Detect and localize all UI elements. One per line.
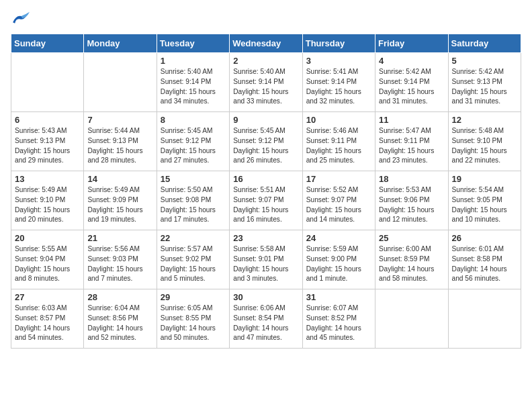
week-row: 6Sunrise: 5:43 AMSunset: 9:13 PMDaylight…	[11, 112, 521, 171]
day-number: 22	[161, 233, 226, 243]
day-info: Sunrise: 5:46 AMSunset: 9:11 PMDaylight:…	[306, 126, 371, 166]
calendar-cell: 30Sunrise: 6:06 AMSunset: 8:54 PMDayligh…	[230, 289, 302, 349]
day-of-week-header: Saturday	[448, 34, 521, 53]
day-number: 2	[233, 56, 298, 66]
day-number: 25	[379, 233, 444, 243]
calendar-cell: 22Sunrise: 5:57 AMSunset: 9:02 PMDayligh…	[157, 230, 229, 289]
day-info: Sunrise: 6:07 AMSunset: 8:52 PMDaylight:…	[306, 304, 371, 343]
day-number: 13	[15, 174, 80, 184]
week-row: 1Sunrise: 5:40 AMSunset: 9:14 PMDaylight…	[11, 53, 521, 112]
day-number: 21	[87, 233, 152, 243]
day-info: Sunrise: 5:43 AMSunset: 9:13 PMDaylight:…	[15, 126, 80, 166]
day-number: 28	[87, 292, 152, 302]
day-info: Sunrise: 5:52 AMSunset: 9:07 PMDaylight:…	[306, 185, 371, 225]
calendar-cell: 21Sunrise: 5:56 AMSunset: 9:03 PMDayligh…	[84, 230, 157, 289]
calendar-cell: 31Sunrise: 6:07 AMSunset: 8:52 PMDayligh…	[302, 289, 375, 349]
calendar-cell: 18Sunrise: 5:53 AMSunset: 9:06 PMDayligh…	[375, 171, 448, 230]
calendar-cell: 26Sunrise: 6:01 AMSunset: 8:58 PMDayligh…	[448, 230, 521, 289]
calendar-cell: 19Sunrise: 5:54 AMSunset: 9:05 PMDayligh…	[448, 171, 521, 230]
day-number: 24	[306, 233, 371, 243]
calendar-cell: 11Sunrise: 5:47 AMSunset: 9:11 PMDayligh…	[375, 112, 448, 171]
day-number: 4	[379, 56, 444, 66]
calendar-cell: 3Sunrise: 5:41 AMSunset: 9:14 PMDaylight…	[302, 53, 375, 112]
day-of-week-header: Wednesday	[230, 34, 302, 53]
calendar-cell: 27Sunrise: 6:03 AMSunset: 8:57 PMDayligh…	[11, 289, 84, 349]
calendar-cell: 10Sunrise: 5:46 AMSunset: 9:11 PMDayligh…	[302, 112, 375, 171]
day-of-week-header: Friday	[375, 34, 448, 53]
day-info: Sunrise: 6:03 AMSunset: 8:57 PMDaylight:…	[15, 304, 80, 343]
calendar-cell: 25Sunrise: 6:00 AMSunset: 8:59 PMDayligh…	[375, 230, 448, 289]
day-info: Sunrise: 6:04 AMSunset: 8:56 PMDaylight:…	[87, 304, 152, 343]
day-number: 12	[452, 115, 517, 125]
day-info: Sunrise: 5:58 AMSunset: 9:01 PMDaylight:…	[233, 244, 298, 284]
day-number: 19	[452, 174, 517, 184]
calendar-cell: 9Sunrise: 5:45 AMSunset: 9:12 PMDaylight…	[230, 112, 302, 171]
day-number: 26	[452, 233, 517, 243]
day-number: 27	[15, 292, 80, 302]
day-info: Sunrise: 5:49 AMSunset: 9:10 PMDaylight:…	[15, 185, 80, 225]
calendar-cell: 16Sunrise: 5:51 AMSunset: 9:07 PMDayligh…	[230, 171, 302, 230]
day-info: Sunrise: 6:06 AMSunset: 8:54 PMDaylight:…	[233, 304, 298, 343]
calendar-cell: 6Sunrise: 5:43 AMSunset: 9:13 PMDaylight…	[11, 112, 84, 171]
day-number: 23	[233, 233, 298, 243]
day-number: 15	[161, 174, 226, 184]
calendar-header-row: SundayMondayTuesdayWednesdayThursdayFrid…	[11, 34, 521, 53]
day-info: Sunrise: 5:54 AMSunset: 9:05 PMDaylight:…	[452, 185, 517, 225]
day-number: 18	[379, 174, 444, 184]
day-info: Sunrise: 5:48 AMSunset: 9:10 PMDaylight:…	[452, 126, 517, 166]
day-of-week-header: Monday	[84, 34, 157, 53]
logo	[11, 11, 32, 26]
day-info: Sunrise: 5:51 AMSunset: 9:07 PMDaylight:…	[233, 185, 298, 225]
page-header	[11, 11, 521, 26]
day-info: Sunrise: 6:00 AMSunset: 8:59 PMDaylight:…	[379, 244, 444, 284]
calendar-cell: 1Sunrise: 5:40 AMSunset: 9:14 PMDaylight…	[157, 53, 229, 112]
calendar-cell: 17Sunrise: 5:52 AMSunset: 9:07 PMDayligh…	[302, 171, 375, 230]
day-number: 3	[306, 56, 371, 66]
day-number: 10	[306, 115, 371, 125]
day-info: Sunrise: 5:56 AMSunset: 9:03 PMDaylight:…	[87, 244, 152, 284]
day-info: Sunrise: 5:40 AMSunset: 9:14 PMDaylight:…	[161, 67, 226, 107]
day-number: 31	[306, 292, 371, 302]
calendar-cell: 2Sunrise: 5:40 AMSunset: 9:14 PMDaylight…	[230, 53, 302, 112]
calendar-cell: 5Sunrise: 5:42 AMSunset: 9:13 PMDaylight…	[448, 53, 521, 112]
calendar-cell	[375, 289, 448, 349]
day-of-week-header: Tuesday	[157, 34, 229, 53]
calendar-cell: 13Sunrise: 5:49 AMSunset: 9:10 PMDayligh…	[11, 171, 84, 230]
day-info: Sunrise: 5:41 AMSunset: 9:14 PMDaylight:…	[306, 67, 371, 107]
day-info: Sunrise: 5:42 AMSunset: 9:14 PMDaylight:…	[379, 67, 444, 107]
day-number: 7	[87, 115, 152, 125]
day-info: Sunrise: 5:49 AMSunset: 9:09 PMDaylight:…	[87, 185, 152, 225]
calendar-cell	[448, 289, 521, 349]
calendar-cell: 20Sunrise: 5:55 AMSunset: 9:04 PMDayligh…	[11, 230, 84, 289]
day-info: Sunrise: 5:45 AMSunset: 9:12 PMDaylight:…	[161, 126, 226, 166]
calendar-table: SundayMondayTuesdayWednesdayThursdayFrid…	[11, 34, 521, 349]
calendar-cell: 29Sunrise: 6:05 AMSunset: 8:55 PMDayligh…	[157, 289, 229, 349]
day-number: 20	[15, 233, 80, 243]
day-number: 5	[452, 56, 517, 66]
day-info: Sunrise: 5:57 AMSunset: 9:02 PMDaylight:…	[161, 244, 226, 284]
calendar-cell: 7Sunrise: 5:44 AMSunset: 9:13 PMDaylight…	[84, 112, 157, 171]
day-info: Sunrise: 6:05 AMSunset: 8:55 PMDaylight:…	[161, 304, 226, 343]
day-number: 8	[161, 115, 226, 125]
calendar-cell: 28Sunrise: 6:04 AMSunset: 8:56 PMDayligh…	[84, 289, 157, 349]
day-of-week-header: Sunday	[11, 34, 84, 53]
week-row: 13Sunrise: 5:49 AMSunset: 9:10 PMDayligh…	[11, 171, 521, 230]
day-info: Sunrise: 5:59 AMSunset: 9:00 PMDaylight:…	[306, 244, 371, 284]
calendar-cell: 8Sunrise: 5:45 AMSunset: 9:12 PMDaylight…	[157, 112, 229, 171]
day-info: Sunrise: 5:47 AMSunset: 9:11 PMDaylight:…	[379, 126, 444, 166]
day-number: 1	[161, 56, 226, 66]
day-info: Sunrise: 5:40 AMSunset: 9:14 PMDaylight:…	[233, 67, 298, 107]
day-info: Sunrise: 5:50 AMSunset: 9:08 PMDaylight:…	[161, 185, 226, 225]
day-number: 17	[306, 174, 371, 184]
day-number: 16	[233, 174, 298, 184]
logo-icon	[11, 11, 30, 26]
calendar-cell: 14Sunrise: 5:49 AMSunset: 9:09 PMDayligh…	[84, 171, 157, 230]
calendar-cell: 4Sunrise: 5:42 AMSunset: 9:14 PMDaylight…	[375, 53, 448, 112]
day-info: Sunrise: 5:55 AMSunset: 9:04 PMDaylight:…	[15, 244, 80, 284]
day-info: Sunrise: 5:42 AMSunset: 9:13 PMDaylight:…	[452, 67, 517, 107]
week-row: 20Sunrise: 5:55 AMSunset: 9:04 PMDayligh…	[11, 230, 521, 289]
day-info: Sunrise: 5:53 AMSunset: 9:06 PMDaylight:…	[379, 185, 444, 225]
calendar-cell: 15Sunrise: 5:50 AMSunset: 9:08 PMDayligh…	[157, 171, 229, 230]
day-number: 29	[161, 292, 226, 302]
day-number: 14	[87, 174, 152, 184]
